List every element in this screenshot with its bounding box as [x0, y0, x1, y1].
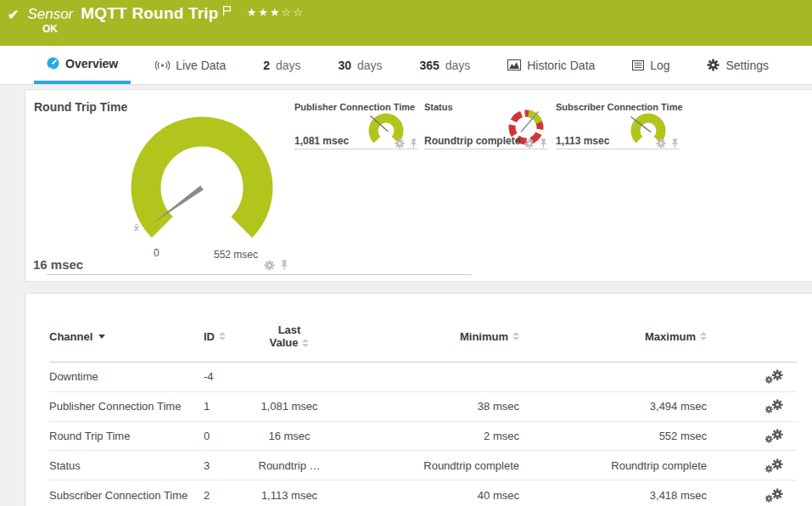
column-header-id[interactable]: ID	[204, 330, 246, 343]
gauge-value: Roundtrip complete	[424, 135, 520, 147]
tab-unit: days	[357, 59, 383, 72]
tab-label: Live Data	[176, 59, 226, 72]
column-header-minimum[interactable]: Minimum	[333, 330, 519, 343]
channel-settings-cell	[707, 429, 797, 443]
tab-label: Log	[650, 59, 669, 72]
gear-icon[interactable]	[524, 138, 535, 149]
gauge-title: Round Trip Time	[34, 100, 127, 114]
pin-icon[interactable]	[540, 138, 547, 149]
column-header-last-value[interactable]: Last Value	[246, 323, 333, 349]
area-chart-icon	[507, 59, 521, 70]
subscriber-gauge-cell: Subscriber Connection Time 1,113 msec	[556, 90, 681, 243]
channel-minimum-cell: Roundtrip complete	[333, 459, 519, 472]
tab-label: Settings	[725, 59, 769, 72]
channel-settings-icon[interactable]	[764, 399, 783, 413]
log-list-icon	[632, 60, 644, 70]
tab-historic-data[interactable]: Historic Data	[495, 46, 608, 84]
status-check-icon: ✔	[8, 7, 19, 23]
channel-table-body: Downtime -4 Publisher Connection Time 1 …	[49, 363, 797, 506]
channel-maximum-cell: Roundtrip complete	[519, 459, 707, 472]
tab-2-days[interactable]: 2 days	[250, 46, 313, 84]
divider	[424, 149, 548, 149]
channel-name-cell: Round Trip Time	[49, 430, 204, 442]
sort-icon	[512, 332, 519, 340]
tab-number: 2	[263, 59, 270, 72]
publisher-gauge-cell: Publisher Connection Time 1,081 msec	[294, 90, 420, 243]
divider	[294, 149, 418, 149]
tab-30-days[interactable]: 30 days	[325, 46, 395, 84]
channel-settings-icon[interactable]	[764, 458, 783, 473]
divider	[47, 274, 472, 275]
channel-last-value-cell: 16 msec	[246, 430, 333, 442]
tab-settings[interactable]: Settings	[694, 46, 781, 84]
gear-icon	[707, 59, 720, 71]
page-title: MQTT Round Trip	[81, 4, 218, 23]
channel-minimum-cell: 38 msec	[333, 400, 519, 413]
tab-number: 30	[338, 59, 351, 72]
table-row[interactable]: Subscriber Connection Time 2 1,113 msec …	[49, 481, 797, 506]
gauge-actions	[395, 138, 417, 149]
channel-settings-cell	[707, 488, 797, 503]
pin-icon[interactable]	[671, 138, 679, 149]
gauge-actions	[656, 138, 679, 149]
channel-id-cell: -4	[204, 370, 246, 383]
table-row[interactable]: Status 3 Roundtrip … Roundtrip complete …	[49, 451, 797, 481]
channel-last-value-cell: Roundtrip …	[246, 459, 333, 472]
table-row[interactable]: Round Trip Time 0 16 msec 2 msec 552 mse…	[49, 422, 797, 452]
channel-table-header: Channel ID Last Value Minimum Maximum	[49, 311, 797, 363]
gauge-value: 16 msec	[33, 257, 83, 272]
gauge-icon	[47, 57, 59, 70]
channel-settings-icon[interactable]	[764, 369, 783, 384]
priority-flag-icon[interactable]	[222, 5, 232, 16]
tab-log[interactable]: Log	[619, 46, 682, 84]
channel-last-value-cell: 1,081 msec	[246, 400, 333, 413]
tab-unit: days	[276, 59, 301, 72]
gear-icon[interactable]	[395, 138, 405, 149]
channel-minimum-cell: 2 msec	[333, 430, 519, 442]
sort-icon	[700, 332, 707, 340]
pin-icon[interactable]	[280, 260, 288, 271]
priority-stars[interactable]: ★★★☆☆	[247, 6, 305, 19]
table-row[interactable]: Publisher Connection Time 1 1,081 msec 3…	[49, 392, 797, 422]
sort-icon	[302, 339, 309, 347]
prtg-sensor-page: { "header": { "kind": "Sensor", "title":…	[0, 0, 812, 506]
pin-icon[interactable]	[410, 138, 417, 149]
channel-settings-icon[interactable]	[764, 488, 783, 503]
tab-label: Historic Data	[527, 59, 595, 72]
tab-live-data[interactable]: Live Data	[143, 46, 238, 84]
channel-name-cell: Status	[49, 459, 204, 472]
table-row[interactable]: Downtime -4	[49, 363, 797, 392]
gear-icon[interactable]	[264, 260, 275, 271]
tab-label: Overview	[65, 57, 118, 70]
channel-id-cell: 1	[204, 400, 246, 413]
tab-bar: Overview Live Data 2 days 30 days 365 da…	[0, 46, 812, 85]
channel-maximum-cell: 3,418 msec	[519, 489, 707, 502]
column-header-channel[interactable]: Channel	[49, 330, 204, 343]
channel-id-cell: 3	[204, 459, 246, 472]
column-header-maximum[interactable]: Maximum	[519, 330, 707, 343]
gauge-max-label: 552 msec	[214, 249, 258, 261]
tab-365-days[interactable]: 365 days	[406, 46, 483, 84]
channel-name-cell: Downtime	[49, 370, 204, 383]
sort-desc-icon	[98, 335, 105, 339]
live-signal-icon	[155, 60, 170, 70]
channel-settings-cell	[707, 369, 797, 384]
channel-maximum-cell: 3,494 msec	[519, 400, 707, 413]
channel-name-cell: Publisher Connection Time	[49, 400, 204, 413]
gauges-panel: Round Trip Time x̄ 0 552 msec 16 msec Pu…	[25, 89, 812, 282]
channel-settings-cell	[707, 458, 797, 473]
gear-icon[interactable]	[656, 138, 666, 149]
status-badge: OK	[42, 23, 58, 35]
tab-number: 365	[419, 59, 439, 72]
average-marker: x̄	[134, 222, 139, 233]
channel-settings-cell	[707, 399, 797, 413]
channel-name-cell: Subscriber Connection Time	[49, 489, 204, 502]
divider	[556, 149, 680, 149]
sort-icon	[219, 332, 226, 340]
channel-last-value-cell: 1,113 msec	[246, 489, 333, 502]
gauge-title: Status	[424, 102, 453, 112]
tab-overview[interactable]: Overview	[34, 46, 131, 84]
channel-id-cell: 0	[204, 430, 246, 442]
channel-settings-icon[interactable]	[764, 429, 783, 443]
gauge-actions	[524, 138, 547, 149]
